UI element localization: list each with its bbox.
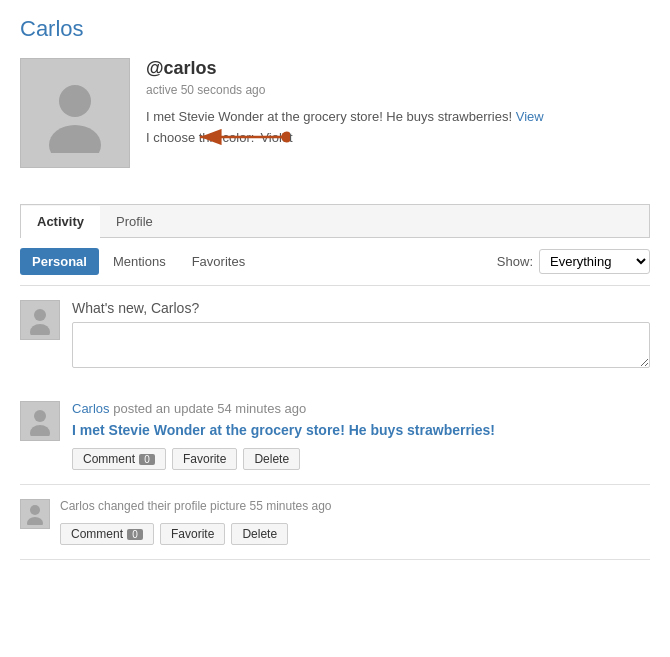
delete-button-0[interactable]: Delete — [243, 448, 300, 470]
svg-point-1 — [49, 125, 101, 153]
sub-tab-personal[interactable]: Personal — [20, 248, 99, 275]
profile-info: @carlos active 50 seconds ago I met Stev… — [146, 58, 650, 149]
post-item-0: Carlos posted an update 54 minutes ago I… — [20, 387, 650, 485]
svg-point-5 — [34, 309, 46, 321]
profile-header: @carlos active 50 seconds ago I met Stev… — [20, 58, 650, 184]
post-time-0: 54 minutes ago — [217, 401, 306, 416]
bio-color-value: Violet — [260, 128, 292, 149]
show-section: Show: Everything Updates Comments Favori… — [497, 249, 650, 274]
avatar-what-new — [20, 300, 60, 340]
page-title: Carlos — [20, 16, 650, 42]
what-new-label: What's new, Carlos? — [72, 300, 650, 316]
tabs-bar: Activity Profile — [20, 204, 650, 238]
bio-view-link[interactable]: View — [516, 109, 544, 124]
activity-comment-label-0: Comment — [71, 527, 123, 541]
sub-tab-mentions[interactable]: Mentions — [101, 248, 178, 275]
favorite-button-0[interactable]: Favorite — [172, 448, 237, 470]
activity-delete-button-0[interactable]: Delete — [231, 523, 288, 545]
what-new-input-wrapper: What's new, Carlos? — [72, 300, 650, 371]
svg-point-6 — [30, 324, 50, 335]
bio-color-prefix: I choose this color: — [146, 128, 254, 149]
profile-username: @carlos — [146, 58, 650, 79]
comment-label-0: Comment — [83, 452, 135, 466]
activity-time-0: 55 minutes ago — [249, 499, 331, 513]
post-avatar-0 — [20, 401, 60, 441]
svg-point-9 — [30, 505, 40, 515]
sub-tab-favorites[interactable]: Favorites — [180, 248, 257, 275]
comment-button-0[interactable]: Comment 0 — [72, 448, 166, 470]
activity-avatar-0 — [20, 499, 50, 529]
activity-actions-0: Comment 0 Favorite Delete — [60, 523, 650, 545]
bio-line2: I choose this color: Violet — [146, 128, 650, 149]
post-body-0: I met Stevie Wonder at the grocery store… — [72, 422, 650, 438]
bio-text-line1: I met Stevie Wonder at the grocery store… — [146, 109, 512, 124]
post-action-0: posted an update — [113, 401, 217, 416]
activity-comment-button-0[interactable]: Comment 0 — [60, 523, 154, 545]
activity-meta-0: Carlos changed their profile picture 55 … — [60, 499, 650, 513]
tab-activity[interactable]: Activity — [21, 206, 100, 238]
what-new-textarea[interactable] — [72, 322, 650, 368]
show-select[interactable]: Everything Updates Comments Favorites — [539, 249, 650, 274]
svg-point-0 — [59, 85, 91, 117]
post-content-0: Carlos posted an update 54 minutes ago I… — [72, 401, 650, 470]
post-actions-0: Comment 0 Favorite Delete — [72, 448, 650, 470]
svg-point-10 — [27, 517, 43, 525]
activity-content-0: Carlos changed their profile picture 55 … — [60, 499, 650, 545]
avatar-large — [20, 58, 130, 168]
svg-point-7 — [34, 410, 46, 422]
comment-badge-0: 0 — [139, 454, 155, 465]
activity-comment-badge-0: 0 — [127, 529, 143, 540]
bio-line1: I met Stevie Wonder at the grocery store… — [146, 107, 650, 128]
tab-profile[interactable]: Profile — [100, 205, 169, 237]
show-label: Show: — [497, 254, 533, 269]
svg-point-8 — [30, 425, 50, 436]
sub-tabs-left: Personal Mentions Favorites — [20, 248, 257, 275]
profile-active-status: active 50 seconds ago — [146, 83, 650, 97]
profile-bio: I met Stevie Wonder at the grocery store… — [146, 107, 650, 149]
post-meta-0: Carlos posted an update 54 minutes ago — [72, 401, 650, 416]
activity-section: What's new, Carlos? Carlos posted an upd… — [20, 300, 650, 560]
activity-author-0: Carlos changed their profile picture — [60, 499, 246, 513]
sub-tabs-bar: Personal Mentions Favorites Show: Everyt… — [20, 238, 650, 286]
what-new-section: What's new, Carlos? — [20, 300, 650, 371]
activity-item-0: Carlos changed their profile picture 55 … — [20, 485, 650, 560]
post-author-0[interactable]: Carlos — [72, 401, 110, 416]
activity-favorite-button-0[interactable]: Favorite — [160, 523, 225, 545]
